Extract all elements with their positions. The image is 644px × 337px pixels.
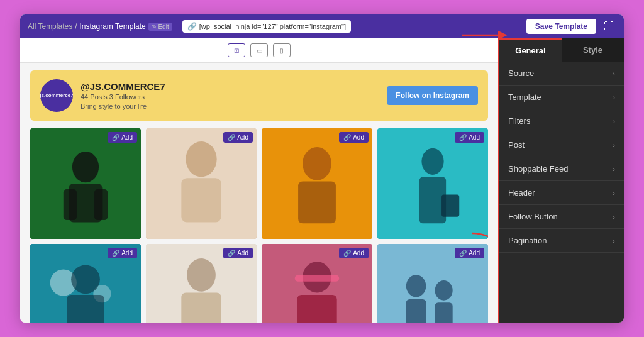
svg-rect-20 — [67, 295, 104, 323]
add-button-8[interactable]: 🔗 Add — [455, 248, 484, 258]
chevron-icon: › — [613, 189, 615, 197]
photo-cell-3: 🔗 Add — [262, 128, 372, 239]
top-bar: All Templates / Instagram Template ✎ Edi… — [20, 14, 624, 38]
profile-stats: 44 Posts 3 Followers — [80, 93, 379, 101]
menu-item-follow-button[interactable]: Follow Button › — [499, 205, 624, 229]
svg-rect-4 — [64, 189, 77, 220]
chevron-icon: › — [613, 165, 615, 173]
breadcrumb-sep: / — [75, 22, 77, 31]
menu-item-post-label: Post — [508, 140, 525, 150]
menu-item-filters[interactable]: Filters › — [499, 109, 624, 133]
menu-item-template[interactable]: Template › — [499, 86, 624, 109]
svg-rect-32 — [435, 302, 453, 323]
breadcrumb-all-templates[interactable]: All Templates — [28, 22, 72, 31]
feed-preview: js.commerce7 @JS.COMMERCE7 44 Posts 3 Fo… — [20, 63, 498, 323]
photo-cell-4: 🔗 Add — [377, 128, 488, 239]
shortcode-text[interactable]: [wp_social_ninja id="127" platform="inst… — [199, 23, 346, 30]
menu-item-pagination[interactable]: Pagination › — [499, 229, 624, 253]
follow-on-instagram-button[interactable]: Follow on Instagram — [387, 86, 478, 105]
photo-cell-5: 🔗 Add — [30, 244, 141, 323]
add-button-7[interactable]: 🔗 Add — [339, 248, 369, 258]
desktop-view-button[interactable]: ⊡ — [228, 43, 245, 57]
view-toggle-bar: ⊡ ▭ ▯ — [20, 38, 498, 63]
svg-point-2 — [72, 152, 99, 182]
panel-tabs: General Style — [499, 38, 624, 62]
preview-area: ⊡ ▭ ▯ — [20, 38, 498, 323]
svg-point-13 — [421, 148, 443, 175]
svg-rect-30 — [406, 299, 426, 323]
svg-point-29 — [406, 275, 426, 297]
svg-point-19 — [71, 265, 100, 294]
breadcrumb: All Templates / Instagram Template ✎ Edi… — [28, 22, 172, 31]
svg-point-10 — [303, 147, 331, 180]
add-button-5[interactable]: 🔗 Add — [108, 248, 137, 258]
chevron-icon: › — [613, 237, 615, 245]
profile-info: @JS.COMMERCE7 44 Posts 3 Followers Bring… — [80, 81, 379, 110]
menu-item-source-label: Source — [508, 69, 534, 78]
photo-cell-7: 🔗 Add — [262, 244, 372, 323]
svg-rect-11 — [298, 181, 336, 223]
svg-rect-23 — [181, 292, 221, 323]
svg-rect-8 — [181, 178, 221, 222]
menu-item-filters-label: Filters — [508, 116, 530, 126]
avatar: js.commerce7 — [40, 79, 73, 112]
panel-menu: Source › Template › Filters › Post › Sho… — [499, 62, 624, 323]
chevron-icon: › — [613, 141, 615, 149]
add-button-4[interactable]: 🔗 Add — [455, 132, 484, 143]
photo-cell-6: 🔗 Add — [146, 244, 257, 323]
tab-style[interactable]: Style — [562, 38, 624, 62]
add-button-3[interactable]: 🔗 Add — [339, 132, 369, 143]
menu-item-shoppable-label: Shoppable Feed — [508, 164, 568, 174]
photo-grid: 🔗 Add 🔗 Add — [30, 128, 488, 323]
svg-point-31 — [435, 280, 453, 301]
tab-general[interactable]: General — [499, 38, 562, 62]
shortcode-box: 🔗 [wp_social_ninja id="127" platform="in… — [182, 20, 351, 33]
menu-item-post[interactable]: Post › — [499, 133, 624, 157]
photo-cell-2: 🔗 Add — [146, 128, 257, 239]
menu-item-follow-label: Follow Button — [508, 212, 558, 221]
profile-bio: Bring style to your life — [80, 102, 379, 110]
menu-item-source[interactable]: Source › — [499, 62, 624, 86]
svg-rect-5 — [94, 189, 108, 220]
save-template-button[interactable]: Save Template — [526, 19, 596, 34]
svg-point-22 — [187, 258, 216, 292]
profile-header: js.commerce7 @JS.COMMERCE7 44 Posts 3 Fo… — [30, 70, 488, 121]
chevron-icon: › — [613, 213, 615, 221]
menu-item-pagination-label: Pagination — [508, 236, 547, 245]
desktop-icon: ⊡ — [234, 47, 239, 54]
mobile-view-button[interactable]: ▯ — [273, 43, 291, 57]
edit-label[interactable]: ✎ Edit — [148, 23, 172, 31]
svg-rect-15 — [441, 195, 459, 217]
chevron-icon: › — [613, 118, 615, 125]
svg-rect-26 — [297, 295, 336, 323]
chevron-icon: › — [613, 94, 615, 101]
add-button-6[interactable]: 🔗 Add — [223, 248, 253, 258]
menu-item-header[interactable]: Header › — [499, 181, 624, 205]
fullscreen-button[interactable]: ⛶ — [601, 18, 616, 35]
app-container: All Templates / Instagram Template ✎ Edi… — [20, 14, 624, 323]
tablet-icon: ▭ — [257, 47, 262, 54]
menu-item-header-label: Header — [508, 188, 535, 197]
add-button-2[interactable]: 🔗 Add — [223, 132, 253, 143]
profile-name: @JS.COMMERCE7 — [80, 81, 379, 92]
right-panel: General Style Source › Template › Filter… — [498, 38, 624, 323]
photo-cell-1: 🔗 Add — [30, 128, 141, 239]
tablet-view-button[interactable]: ▭ — [250, 43, 268, 57]
add-button-1[interactable]: 🔗 Add — [108, 132, 137, 143]
svg-point-7 — [186, 141, 216, 177]
photo-cell-8: 🔗 Add — [377, 244, 488, 323]
menu-item-shoppable-feed[interactable]: Shoppable Feed › — [499, 157, 624, 181]
link-icon: 🔗 — [187, 22, 197, 31]
main-area: ⊡ ▭ ▯ — [20, 38, 624, 323]
chevron-icon: › — [613, 70, 615, 77]
breadcrumb-current: Instagram Template — [80, 22, 146, 31]
menu-item-template-label: Template — [508, 92, 541, 102]
svg-rect-27 — [295, 275, 339, 282]
mobile-icon: ▯ — [280, 47, 284, 54]
